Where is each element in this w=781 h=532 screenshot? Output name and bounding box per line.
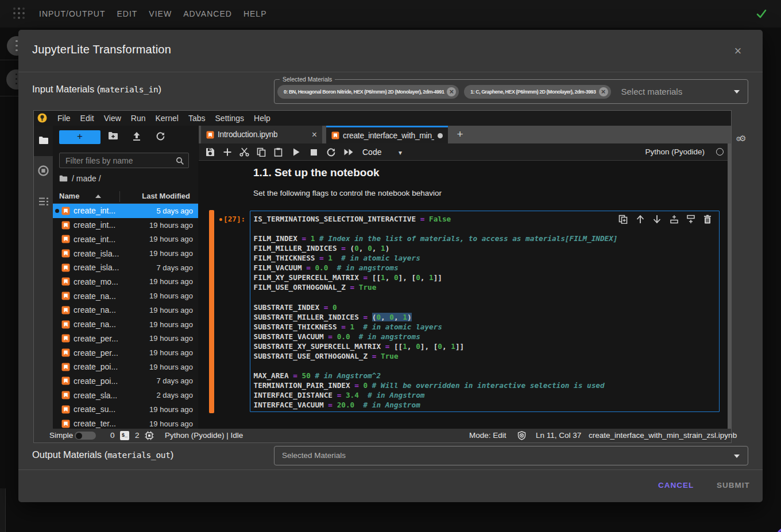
add-tab-button[interactable]: +: [453, 127, 467, 142]
simple-mode-toggle[interactable]: [75, 432, 96, 440]
code-line: TERMINATION_PAIR_INDEX = 0 # Will be ove…: [254, 380, 618, 390]
kernels-count: 2: [135, 431, 140, 440]
restart-run-all-icon[interactable]: [343, 147, 353, 157]
save-icon[interactable]: [206, 147, 215, 157]
jupyter-menu-view[interactable]: View: [104, 114, 121, 123]
output-materials-field[interactable]: Selected Materials: [274, 446, 748, 465]
insert-cell-icon[interactable]: [223, 147, 232, 157]
status-filename: create_interface_with_min_strain_zsl.ipy…: [589, 431, 737, 440]
selected-materials-field[interactable]: Selected Materials 0: BN, Hexagonal Boro…: [274, 79, 748, 104]
file-row[interactable]: create_su...19 hours ago: [53, 402, 198, 417]
copy-cells-icon[interactable]: [257, 147, 266, 157]
restart-kernel-icon[interactable]: [326, 147, 335, 157]
terminal-icon[interactable]: $_: [120, 431, 129, 440]
duplicate-cell-icon[interactable]: [618, 215, 628, 224]
file-last-modified: 19 hours ago: [149, 405, 193, 414]
file-row[interactable]: create_mo...19 hours ago: [53, 275, 198, 289]
code-line: SUBSTRATE_INDEX = 0: [254, 302, 618, 312]
file-row[interactable]: create_ter...19 hours ago: [53, 417, 198, 429]
notebook-file-icon: [61, 249, 70, 258]
file-row[interactable]: create_na...19 hours ago: [53, 317, 198, 332]
top-menu-advanced[interactable]: ADVANCED: [183, 9, 232, 18]
cut-cells-icon[interactable]: [239, 147, 249, 157]
file-row[interactable]: create_int...19 hours ago: [53, 232, 198, 246]
top-menu-view[interactable]: VIEW: [149, 9, 172, 18]
kernel-name-button[interactable]: Python (Pyodide): [645, 147, 705, 156]
cell-type-caret-icon[interactable]: ▾: [399, 149, 402, 157]
select-materials-placeholder[interactable]: Select materials: [621, 87, 683, 96]
move-cell-down-icon[interactable]: [652, 215, 662, 224]
paste-cells-icon[interactable]: [274, 147, 283, 157]
material-chip[interactable]: 1: C, Graphene, HEX (P6/mmm) 2D (Monolay…: [464, 85, 610, 99]
jupyter-menu-help[interactable]: Help: [254, 114, 270, 123]
submit-button[interactable]: SUBMIT: [717, 481, 750, 490]
file-name: create_isla...: [74, 249, 119, 258]
dropdown-caret-icon[interactable]: [734, 90, 740, 94]
top-menu-input-output[interactable]: INPUT/OUTPUT: [39, 9, 105, 18]
jupyter-menu-settings[interactable]: Settings: [215, 114, 245, 123]
trust-shield-icon[interactable]: [517, 431, 526, 440]
tab-introduction-ipynb[interactable]: Introduction.ipynb ×: [201, 126, 322, 143]
jupyter-menu-edit[interactable]: Edit: [80, 114, 94, 123]
code-cell-editor[interactable]: IS_TERMINATIONS_SELECTION_INTERACTIVE = …: [250, 211, 720, 412]
column-header-last-modified[interactable]: Last Modified: [142, 192, 190, 200]
running-kernels-icon[interactable]: [38, 165, 49, 176]
insert-cell-below-icon[interactable]: [686, 215, 695, 224]
settings-gears-icon[interactable]: ⚙⚙: [736, 133, 746, 143]
jupyter-menu-tabs[interactable]: Tabs: [188, 114, 206, 123]
material-chip[interactable]: 0: BN, Hexagonal Boron Nitride, HEX (P6/…: [277, 85, 459, 99]
tab-close-icon[interactable]: ×: [312, 130, 317, 140]
file-row[interactable]: create_int...19 hours ago: [53, 218, 198, 232]
top-menu-help[interactable]: HELP: [243, 9, 267, 18]
background-purple-fab[interactable]: [774, 525, 781, 532]
jupyter-menu-file[interactable]: File: [57, 114, 71, 123]
app-logo-icon[interactable]: [13, 7, 26, 20]
dropdown-caret-icon[interactable]: [734, 455, 740, 458]
file-row[interactable]: create_na...19 hours ago: [53, 289, 198, 303]
close-icon[interactable]: ×: [732, 45, 744, 57]
interrupt-kernel-icon[interactable]: [310, 147, 319, 157]
column-header-name[interactable]: Name: [59, 192, 79, 200]
file-row[interactable]: create_sla...2 days ago: [53, 388, 198, 402]
filter-files-input[interactable]: Filter files by name: [59, 153, 189, 168]
breadcrumb[interactable]: / made /: [59, 174, 101, 183]
file-browser-icon[interactable]: [38, 135, 49, 146]
run-cell-icon[interactable]: [292, 147, 301, 157]
file-last-modified: 19 hours ago: [149, 249, 193, 258]
notebook-file-icon: [61, 320, 70, 329]
file-row[interactable]: create_na...19 hours ago: [53, 303, 198, 317]
jupyter-menu-kernel[interactable]: Kernel: [155, 114, 178, 123]
cell-collapser[interactable]: [209, 210, 214, 413]
insert-cell-above-icon[interactable]: [670, 215, 679, 224]
chip-remove-icon[interactable]: ×: [599, 87, 608, 96]
new-folder-icon[interactable]: [108, 131, 119, 143]
tab-create-interface-with-min[interactable]: create_interface_with_min_: [326, 126, 448, 143]
breadcrumb-path: / made /: [72, 174, 101, 183]
file-last-modified: 7 days ago: [156, 376, 193, 385]
kernel-chip-icon[interactable]: [145, 431, 154, 440]
file-row[interactable]: create_per...19 hours ago: [53, 345, 198, 360]
move-cell-up-icon[interactable]: [636, 215, 645, 224]
cancel-button[interactable]: CANCEL: [658, 481, 694, 490]
file-row[interactable]: create_per...19 hours ago: [53, 331, 198, 345]
code-line: FILM_THICKNESS = 1 # in atomic layers: [254, 253, 618, 263]
file-row[interactable]: create_isla...19 hours ago: [53, 246, 198, 261]
file-row[interactable]: create_poi...7 days ago: [53, 374, 198, 389]
top-menu-edit[interactable]: EDIT: [117, 9, 137, 18]
cell-type-select[interactable]: Code: [362, 147, 381, 157]
delete-cell-icon[interactable]: [703, 215, 713, 224]
file-row[interactable]: create_poi...19 hours ago: [53, 360, 198, 374]
kernel-status-icon[interactable]: [716, 148, 724, 156]
file-row[interactable]: create_int...5 days ago: [53, 204, 198, 218]
refresh-icon[interactable]: [156, 131, 167, 143]
file-row[interactable]: create_isla...7 days ago: [53, 261, 198, 275]
upload-icon[interactable]: [132, 131, 144, 143]
cell-execution-dot: [219, 218, 222, 221]
output-materials-placeholder: Selected Materials: [282, 451, 346, 460]
file-last-modified: 19 hours ago: [149, 221, 193, 230]
jupyter-menu-run[interactable]: Run: [131, 114, 146, 123]
new-launcher-button[interactable]: +: [59, 130, 100, 144]
table-of-contents-icon[interactable]: [38, 196, 49, 207]
jupyter-body: + Filter files by name: [34, 126, 731, 429]
chip-remove-icon[interactable]: ×: [447, 87, 456, 96]
